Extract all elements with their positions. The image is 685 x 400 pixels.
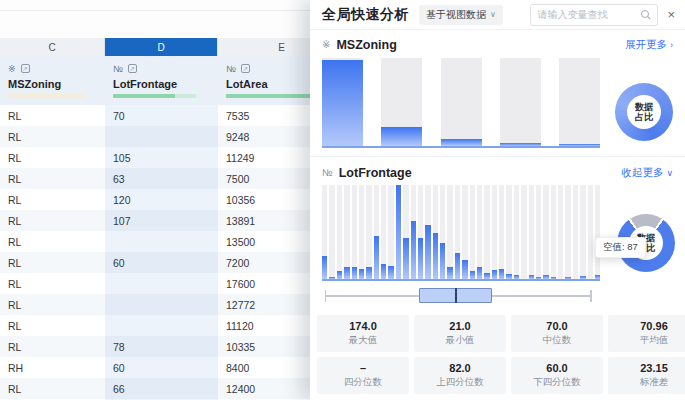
- chart-bar[interactable]: [359, 185, 364, 279]
- table-cell[interactable]: 60: [105, 357, 218, 378]
- table-cell[interactable]: RH: [0, 357, 105, 378]
- field-action-icon[interactable]: ↗: [241, 64, 250, 73]
- chart-bar[interactable]: [344, 185, 349, 279]
- chart-bar[interactable]: [499, 185, 504, 279]
- chart-bar[interactable]: [447, 185, 452, 279]
- chart-bar[interactable]: [536, 185, 541, 279]
- chart-bar[interactable]: [322, 185, 327, 279]
- chart-bar[interactable]: [492, 185, 497, 279]
- chart-bar[interactable]: [484, 185, 489, 279]
- chart-bar[interactable]: [366, 185, 371, 279]
- table-cell[interactable]: RL: [0, 105, 105, 126]
- table-cell[interactable]: 105: [105, 147, 218, 168]
- column-header-c[interactable]: C: [0, 38, 105, 56]
- table-cell[interactable]: RL: [0, 231, 105, 252]
- chart-bar[interactable]: [514, 185, 519, 279]
- field-header-lotfrontage[interactable]: № ↗ LotFrontage: [105, 56, 218, 105]
- chart-bar[interactable]: [440, 185, 445, 279]
- chart-bar[interactable]: [580, 185, 585, 279]
- table-cell[interactable]: [105, 273, 218, 294]
- chart-bar[interactable]: [462, 185, 467, 279]
- table-cell[interactable]: [105, 315, 218, 336]
- table-cell[interactable]: RL: [0, 315, 105, 336]
- table-cell[interactable]: 60: [105, 252, 218, 273]
- table-cell[interactable]: [105, 231, 218, 252]
- table-cell[interactable]: RL: [0, 378, 105, 399]
- chart-bar[interactable]: [329, 185, 334, 279]
- mszoning-donut[interactable]: 数据占比: [615, 83, 673, 141]
- table-row: RL12772: [0, 294, 345, 315]
- chart-bar[interactable]: [337, 185, 342, 279]
- expand-more-link[interactable]: 展开更多 ›: [625, 38, 673, 52]
- chart-bar[interactable]: [506, 185, 511, 279]
- table-cell[interactable]: RL: [0, 336, 105, 357]
- table-row: RL607200: [0, 252, 345, 273]
- chart-bar[interactable]: [322, 58, 363, 146]
- stat-box: 70.96平均值: [608, 315, 685, 352]
- chart-bar[interactable]: [441, 58, 482, 146]
- collapse-more-link[interactable]: 收起更多 ∨: [621, 166, 673, 180]
- table-cell[interactable]: [105, 294, 218, 315]
- table-cell[interactable]: RL: [0, 189, 105, 210]
- chart-bar[interactable]: [381, 185, 386, 279]
- table-cell[interactable]: 66: [105, 378, 218, 399]
- chart-bar[interactable]: [595, 185, 600, 279]
- number-type-icon: №: [113, 64, 123, 74]
- column-header-d-selected[interactable]: D: [105, 38, 218, 56]
- chevron-right-icon: ›: [670, 40, 673, 50]
- chart-bar[interactable]: [521, 185, 526, 279]
- table-cell[interactable]: RL: [0, 210, 105, 231]
- table-cell[interactable]: 70: [105, 105, 218, 126]
- chart-bar[interactable]: [565, 185, 570, 279]
- chart-bar[interactable]: [388, 185, 393, 279]
- table-cell[interactable]: RL: [0, 126, 105, 147]
- chart-bar[interactable]: [500, 58, 541, 146]
- close-icon[interactable]: ×: [667, 8, 675, 21]
- chart-bar[interactable]: [529, 185, 534, 279]
- chart-bar[interactable]: [352, 185, 357, 279]
- chart-bar[interactable]: [433, 185, 438, 279]
- lotfrontage-histogram[interactable]: [322, 185, 600, 281]
- chart-bar[interactable]: [411, 185, 416, 279]
- category-type-icon: ※: [8, 64, 16, 74]
- chart-bar[interactable]: [470, 185, 475, 279]
- mszoning-chart[interactable]: [322, 58, 600, 148]
- table-cell[interactable]: 120: [105, 189, 218, 210]
- chart-bar[interactable]: [477, 185, 482, 279]
- table-row: RL9248: [0, 126, 345, 147]
- table-cell[interactable]: 78: [105, 336, 218, 357]
- data-scope-dropdown[interactable]: 基于视图数据 ∨: [419, 5, 503, 25]
- table-cell[interactable]: 63: [105, 168, 218, 189]
- number-type-icon: №: [322, 167, 333, 178]
- chart-bar[interactable]: [543, 185, 548, 279]
- chart-bar[interactable]: [588, 185, 593, 279]
- spreadsheet-area: C D E ※ ↗ MSZoning № ↗ LotFrontage: [0, 0, 345, 400]
- variable-search-input[interactable]: [537, 9, 637, 20]
- chart-bar[interactable]: [551, 185, 556, 279]
- chart-bar[interactable]: [573, 185, 578, 279]
- chart-bar[interactable]: [425, 185, 430, 279]
- chart-bar[interactable]: [403, 185, 408, 279]
- table-cell[interactable]: 107: [105, 210, 218, 231]
- chart-bar[interactable]: [559, 58, 600, 146]
- table-cell[interactable]: RL: [0, 147, 105, 168]
- chart-bar[interactable]: [455, 185, 460, 279]
- chart-bar[interactable]: [381, 58, 422, 146]
- stat-box: –四分位数: [317, 357, 409, 394]
- table-cell[interactable]: RL: [0, 294, 105, 315]
- table-cell[interactable]: [105, 126, 218, 147]
- stat-box: 174.0最大值: [317, 315, 409, 352]
- table-cell[interactable]: RL: [0, 252, 105, 273]
- table-cell[interactable]: RL: [0, 168, 105, 189]
- variable-search-box[interactable]: [530, 4, 658, 26]
- chart-bar[interactable]: [396, 185, 401, 279]
- data-scope-label: 基于视图数据: [426, 8, 486, 22]
- field-action-icon[interactable]: ↗: [128, 64, 137, 73]
- field-header-mszoning[interactable]: ※ ↗ MSZoning: [0, 56, 105, 105]
- chart-bar[interactable]: [418, 185, 423, 279]
- field-action-icon[interactable]: ↗: [21, 64, 30, 73]
- stat-box: 82.0上四分位数: [414, 357, 506, 394]
- chart-bar[interactable]: [558, 185, 563, 279]
- chart-bar[interactable]: [374, 185, 379, 279]
- table-cell[interactable]: RL: [0, 273, 105, 294]
